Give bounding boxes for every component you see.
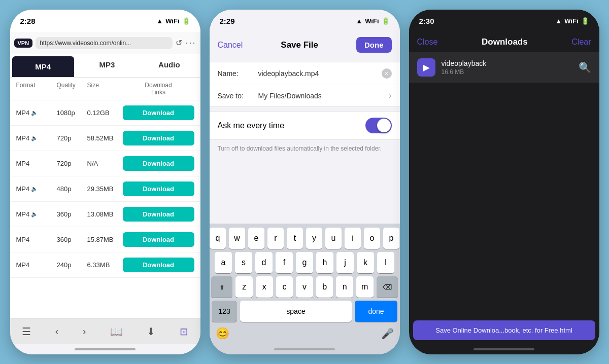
clear-button[interactable]: Clear xyxy=(571,38,591,47)
key-done[interactable]: done xyxy=(355,301,397,322)
download-button[interactable]: Download xyxy=(123,258,194,272)
url-text: https://www.videosolo.com/onlin... xyxy=(40,40,131,47)
emoji-button[interactable]: 😊 xyxy=(216,327,229,340)
key-h[interactable]: h xyxy=(316,252,333,273)
key-row-2: a s d f g h j k l xyxy=(212,252,398,273)
done-button[interactable]: Done xyxy=(356,37,392,53)
file-icon: ▶ xyxy=(417,58,435,77)
key-g[interactable]: g xyxy=(296,252,313,273)
download-item[interactable]: ▶ videoplayback 16.6 MB 🔍 xyxy=(409,52,599,83)
tab-mp3[interactable]: MP3 xyxy=(76,54,138,77)
download-button[interactable]: Download xyxy=(123,181,194,196)
file-size: 16.6 MB xyxy=(442,68,572,76)
key-d[interactable]: d xyxy=(255,252,273,273)
bottom-banner[interactable]: Save Online Downloa...book, etc. for Fre… xyxy=(413,320,595,340)
time-1: 2:28 xyxy=(20,17,36,25)
col-size: Size xyxy=(87,82,123,96)
url-bar[interactable]: https://www.videosolo.com/onlin... xyxy=(36,37,173,49)
key-j[interactable]: j xyxy=(336,252,354,273)
key-w[interactable]: w xyxy=(229,228,245,249)
clear-name-button[interactable]: × xyxy=(382,68,392,79)
home-bar-2 xyxy=(274,348,335,350)
download-button[interactable]: Download xyxy=(123,156,194,171)
nav-hamburger[interactable]: ☰ xyxy=(22,325,31,338)
ask-toggle[interactable] xyxy=(365,118,392,133)
key-b[interactable]: b xyxy=(316,276,333,298)
save-file-title: Save File xyxy=(281,40,318,50)
key-u[interactable]: u xyxy=(325,228,342,249)
form-spacer xyxy=(210,157,400,224)
phone-browser: 2:28 ▲ WiFi 🔋 VPN https://www.videosolo.… xyxy=(10,10,200,354)
col-download: Download Links xyxy=(123,82,194,96)
key-k[interactable]: k xyxy=(357,252,374,273)
key-q[interactable]: q xyxy=(210,228,226,249)
key-f[interactable]: f xyxy=(276,252,293,273)
more-button[interactable]: ··· xyxy=(185,38,196,48)
key-i[interactable]: i xyxy=(345,228,361,249)
nav-forward[interactable]: › xyxy=(83,325,86,337)
row-size: 58.52MB xyxy=(87,134,123,142)
status-bar-3: 2:30 ▲ WiFi 🔋 xyxy=(409,10,599,32)
row-format: MP4 xyxy=(16,236,57,243)
home-indicator-1 xyxy=(10,344,200,354)
key-t[interactable]: t xyxy=(287,228,303,249)
download-button[interactable]: Download xyxy=(123,207,194,222)
key-n[interactable]: n xyxy=(336,276,353,298)
tab-mp4[interactable]: MP4 xyxy=(12,56,74,77)
table-row: MP4 360p 15.87MB Download xyxy=(10,227,200,252)
name-value[interactable]: videoplayback.mp4 xyxy=(258,69,377,78)
status-icons-1: ▲ WiFi 🔋 xyxy=(156,17,190,25)
download-button[interactable]: Download xyxy=(123,131,194,145)
key-backspace[interactable]: ⌫ xyxy=(377,276,398,298)
nav-reader[interactable]: 📖 xyxy=(110,325,123,338)
microphone-button[interactable]: 🎤 xyxy=(381,327,394,340)
refresh-button[interactable]: ↺ xyxy=(176,38,182,48)
nav-tabs[interactable]: ⊡ xyxy=(180,325,188,338)
col-quality: Quality xyxy=(57,82,87,96)
key-l[interactable]: l xyxy=(377,252,394,273)
key-o[interactable]: o xyxy=(364,228,380,249)
close-button[interactable]: Close xyxy=(417,38,438,47)
browser-bottom-nav: ☰ ‹ › 📖 ⬇ ⊡ xyxy=(10,318,200,344)
tab-audio[interactable]: Audio xyxy=(138,54,200,77)
vpn-badge[interactable]: VPN xyxy=(14,39,33,48)
key-v[interactable]: v xyxy=(296,276,313,298)
key-x[interactable]: x xyxy=(256,276,273,298)
nav-download[interactable]: ⬇ xyxy=(147,325,155,338)
key-c[interactable]: c xyxy=(276,276,293,298)
key-numbers[interactable]: 123 xyxy=(212,301,237,322)
download-button[interactable]: Download xyxy=(123,105,194,120)
row-size: 29.35MB xyxy=(87,185,123,193)
key-s[interactable]: s xyxy=(235,252,252,273)
time-3: 2:30 xyxy=(419,17,434,25)
key-r[interactable]: r xyxy=(267,228,284,249)
search-icon[interactable]: 🔍 xyxy=(579,61,591,74)
key-space[interactable]: space xyxy=(240,301,352,322)
table-body: MP4 🔈 1080p 0.12GB Download MP4 🔈 720p 5… xyxy=(10,100,200,318)
signal-icon: ▲ xyxy=(156,17,163,25)
cancel-button[interactable]: Cancel xyxy=(218,41,243,50)
save-to-row[interactable]: Save to: My Files/Downloads › xyxy=(210,85,400,106)
time-2: 2:29 xyxy=(220,17,235,25)
key-shift[interactable]: ⇧ xyxy=(211,276,232,298)
row-format: MP4 🔈 xyxy=(16,185,57,193)
status-bar-1: 2:28 ▲ WiFi 🔋 xyxy=(10,10,200,32)
key-z[interactable]: z xyxy=(235,276,253,298)
key-row-1: q w e r t y u i o p xyxy=(212,228,398,249)
nav-back[interactable]: ‹ xyxy=(55,325,59,337)
key-y[interactable]: y xyxy=(306,228,322,249)
home-bar-3 xyxy=(473,348,534,350)
key-e[interactable]: e xyxy=(248,228,264,249)
key-a[interactable]: a xyxy=(215,252,232,273)
key-p[interactable]: p xyxy=(383,228,399,249)
key-m[interactable]: m xyxy=(356,276,374,298)
phone-downloads: 2:30 ▲ WiFi 🔋 Close Downloads Clear ▶ vi… xyxy=(409,10,599,354)
row-format: MP4 xyxy=(16,261,57,269)
download-button[interactable]: Download xyxy=(123,232,194,247)
row-size: N/A xyxy=(87,160,123,167)
row-quality: 240p xyxy=(57,261,87,269)
signal-icon-3: ▲ xyxy=(555,17,562,25)
name-label: Name: xyxy=(218,69,253,78)
home-indicator-2 xyxy=(210,344,400,354)
name-row: Name: videoplayback.mp4 × xyxy=(210,62,400,85)
